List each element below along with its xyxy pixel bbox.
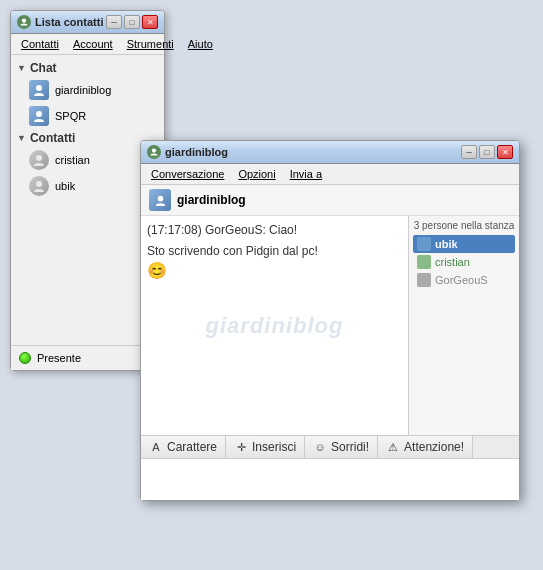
svg-point-3 [36,155,42,161]
svg-point-0 [22,18,26,22]
contacts-titlebar: Lista contatti ─ □ ✕ [11,11,164,34]
svg-point-4 [36,181,42,187]
participants-count: 3 persone nella stanza [413,220,515,231]
chat-header-name: giardiniblog [177,193,246,207]
toolbar-smile-button[interactable]: ☺ Sorridi! [305,436,378,458]
titlebar-left: Lista contatti [17,15,103,29]
participant-ubik-icon [417,237,431,251]
group-chat-header[interactable]: ▼ Chat [11,59,164,77]
chat-title: giardiniblog [165,146,228,158]
chat-input-area[interactable] [141,459,519,500]
chat-close-button[interactable]: ✕ [497,145,513,159]
chat-menu-send-to[interactable]: Invia a [284,166,328,182]
menu-account[interactable]: Account [67,36,119,52]
contacts-title: Lista contatti [35,16,103,28]
contacts-window-icon [17,15,31,29]
chat-message-0: (17:17:08) GorGeouS: Ciao! [147,222,402,239]
smile-icon: ☺ [313,440,327,454]
svg-point-2 [36,111,42,117]
close-button[interactable]: ✕ [142,15,158,29]
chat-window: giardiniblog ─ □ ✕ Conversazione Opzioni… [140,140,520,501]
svg-point-1 [36,85,42,91]
status-indicator [19,352,31,364]
character-icon: A [149,440,163,454]
message-text-1: Sto scrivendo con Pidgin dal pc! [147,244,318,258]
toolbar-insert-button[interactable]: ✛ Inserisci [226,436,305,458]
menu-tools[interactable]: Strumenti [121,36,180,52]
toolbar-insert-label: Inserisci [252,440,296,454]
contact-ubik-avatar [29,176,49,196]
group-chat-label: Chat [30,61,57,75]
chat-titlebar: giardiniblog ─ □ ✕ [141,141,519,164]
contact-giardiniblog[interactable]: giardiniblog [11,77,164,103]
chat-header-avatar [149,189,171,211]
chat-main: (17:17:08) GorGeouS: Ciao! Sto scrivendo… [141,216,519,436]
toolbar-smile-label: Sorridi! [331,440,369,454]
chat-window-icon [147,145,161,159]
participant-gorgeous-name: GorGeouS [435,274,488,286]
contact-ubik-name: ubik [55,180,75,192]
group-chat-arrow: ▼ [17,63,26,73]
attention-icon: ⚠ [386,440,400,454]
chat-header: giardiniblog [141,185,519,216]
chat-participants-sidebar: 3 persone nella stanza ubik cristian Gor… [409,216,519,435]
chat-window-controls: ─ □ ✕ [461,145,513,159]
participant-ubik[interactable]: ubik [413,235,515,253]
contact-cristian-name: cristian [55,154,90,166]
emoji-smile-icon: 😊 [147,262,167,279]
chat-message-1: Sto scrivendo con Pidgin dal pc! 😊 [147,243,402,282]
toolbar-character-button[interactable]: A Carattere [141,436,226,458]
contact-cristian-avatar [29,150,49,170]
contact-spqr-avatar [29,106,49,126]
status-label: Presente [37,352,81,364]
toolbar-attention-label: Attenzione! [404,440,464,454]
menu-help[interactable]: Aiuto [182,36,219,52]
contacts-menu-bar: Contatti Account Strumenti Aiuto [11,34,164,55]
chat-messages[interactable]: (17:17:08) GorGeouS: Ciao! Sto scrivendo… [141,216,409,435]
participant-ubik-name: ubik [435,238,458,250]
menu-contacts[interactable]: Contatti [15,36,65,52]
message-text-0: (17:17:08) GorGeouS: Ciao! [147,223,297,237]
chat-menu-options[interactable]: Opzioni [232,166,281,182]
insert-icon: ✛ [234,440,248,454]
chat-input[interactable] [147,463,513,493]
chat-maximize-button[interactable]: □ [479,145,495,159]
chat-menu-conversation[interactable]: Conversazione [145,166,230,182]
chat-toolbar: A Carattere ✛ Inserisci ☺ Sorridi! ⚠ Att… [141,436,519,459]
chat-menu-bar: Conversazione Opzioni Invia a [141,164,519,185]
participant-cristian-name: cristian [435,256,470,268]
group-contatti-arrow: ▼ [17,133,26,143]
participant-gorgeous-icon [417,273,431,287]
maximize-button[interactable]: □ [124,15,140,29]
toolbar-attention-button[interactable]: ⚠ Attenzione! [378,436,473,458]
toolbar-character-label: Carattere [167,440,217,454]
contact-giardiniblog-avatar [29,80,49,100]
contact-giardiniblog-name: giardiniblog [55,84,111,96]
participant-cristian[interactable]: cristian [413,253,515,271]
svg-point-6 [157,195,163,201]
chat-watermark: giardiniblog [206,313,344,339]
participant-cristian-icon [417,255,431,269]
chat-minimize-button[interactable]: ─ [461,145,477,159]
contact-spqr-name: SPQR [55,110,86,122]
svg-point-5 [152,148,156,152]
contact-spqr[interactable]: SPQR [11,103,164,129]
chat-titlebar-left: giardiniblog [147,145,228,159]
group-contatti-label: Contatti [30,131,75,145]
contacts-window-controls: ─ □ ✕ [106,15,158,29]
participant-gorgeous[interactable]: GorGeouS [413,271,515,289]
minimize-button[interactable]: ─ [106,15,122,29]
